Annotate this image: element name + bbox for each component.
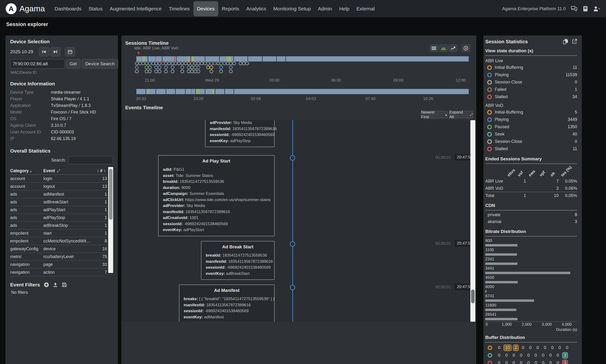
list-view-button[interactable] — [430, 44, 438, 52]
session-event-dot[interactable] — [164, 65, 168, 69]
expand-all-button[interactable]: Expand All — [449, 111, 473, 118]
event-timeline-dot[interactable] — [290, 155, 295, 161]
table-row[interactable]: adsadPlayStop1 — [10, 214, 107, 222]
nav-item-help[interactable]: Help — [336, 1, 353, 16]
event-card[interactable]: Ad Play StartadId: P&G1asset: Tide: Summ… — [158, 155, 275, 236]
session-event-dot[interactable] — [180, 69, 184, 73]
brand-logo[interactable]: A Agama — [6, 3, 45, 14]
nav-item-admin[interactable]: Admin — [314, 1, 336, 16]
get-button[interactable]: Get — [66, 59, 81, 69]
table-row[interactable]: adsadManifest1 — [10, 190, 107, 198]
save-filter-icon[interactable] — [62, 282, 67, 287]
nav-item-status[interactable]: Status — [85, 1, 106, 16]
table-row[interactable]: accountlogin13 — [10, 175, 107, 182]
device-search-button[interactable]: Device Search — [82, 59, 118, 69]
session-event-dot[interactable] — [219, 65, 223, 69]
table-row[interactable]: metricrcu/batteryLevel75 — [10, 253, 107, 261]
view-state-row: Seek40 — [485, 130, 577, 138]
ended-sessions-summary-title: Ended Sessions Summary — [485, 156, 577, 164]
session-event-dot[interactable] — [148, 65, 152, 69]
table-row[interactable]: adsadBreakStart1 — [10, 198, 107, 206]
session-event-dot[interactable] — [158, 65, 162, 69]
nav-item-dashboards[interactable]: Dashboards — [51, 1, 85, 16]
session-event-dot[interactable] — [135, 65, 139, 69]
add-filter-icon[interactable] — [44, 282, 49, 287]
nav-item-monitoring-setup[interactable]: Monitoring Setup — [270, 1, 314, 16]
server-icon[interactable] — [582, 6, 589, 12]
bitrate-group-6741: 6741 — [485, 294, 577, 302]
session-event-dot[interactable] — [245, 62, 249, 65]
cell-category: ads — [10, 223, 43, 228]
session-event-dot[interactable] — [229, 69, 233, 73]
session-event-dot[interactable] — [164, 69, 168, 73]
external-link-icon[interactable] — [572, 39, 577, 44]
cell-category: gatewayConfig — [10, 247, 43, 251]
session-event-dot[interactable] — [210, 65, 213, 69]
nav-item-external[interactable]: External — [353, 1, 378, 16]
cdn-row-akamai: akamai3 — [485, 218, 577, 225]
overview-timeline-bar[interactable] — [136, 89, 469, 94]
cdn-value: 8 — [575, 212, 577, 217]
buffer-cell: 0 — [539, 361, 547, 364]
session-event-dot[interactable] — [158, 69, 162, 73]
cell-category: metric — [10, 254, 43, 259]
session-event-dot[interactable] — [196, 65, 200, 69]
table-row[interactable]: accountlogout13 — [10, 182, 107, 190]
nav-item-analytics[interactable]: Analytics — [243, 1, 270, 16]
next-day-button[interactable] — [50, 47, 60, 56]
session-event-dot[interactable] — [135, 69, 139, 73]
sessions-timeline-bar[interactable] — [136, 56, 469, 62]
session-event-dot[interactable] — [210, 69, 213, 73]
stats-table-scrollbar[interactable] — [108, 167, 113, 273]
session-event-dot[interactable] — [148, 69, 152, 73]
table-row[interactable]: gatewayConfigdevice16 — [10, 245, 107, 253]
sort-order-button[interactable]: Newest First▲ — [421, 111, 448, 118]
table-row[interactable]: empclientstart1 — [10, 229, 107, 237]
bar-green-segment — [212, 89, 215, 94]
events-scrollbar[interactable] — [470, 120, 475, 322]
line-chart-view-button[interactable] — [449, 44, 457, 52]
table-row[interactable]: empclientccMetricNotSyncedWit…8 — [10, 237, 107, 245]
event-field: adCreativeId: 1001 — [163, 215, 270, 221]
column-count[interactable]: ▲▼ # ▲▼ — [96, 169, 107, 173]
play-button[interactable] — [462, 44, 470, 52]
nav-item-augmented-intelligence[interactable]: Augmented Intelligence — [106, 1, 165, 16]
nav-item-reports[interactable]: Reports — [218, 1, 243, 16]
bar-tick — [148, 56, 148, 62]
area-chart-view-button[interactable] — [439, 44, 448, 52]
session-event-dot[interactable] — [180, 65, 184, 69]
stats-search-input[interactable] — [68, 156, 113, 164]
device-id-input[interactable] — [10, 59, 65, 69]
calendar-icon[interactable] — [65, 47, 75, 56]
column-event[interactable]: Event — [43, 169, 92, 173]
event-timeline-dot[interactable] — [290, 285, 295, 290]
prev-day-button[interactable] — [39, 47, 49, 56]
table-row[interactable]: adsadBreakStop1 — [10, 222, 107, 229]
nav-item-devices[interactable]: Devices — [193, 1, 218, 16]
event-card[interactable]: Ad Break StartbreakId: 18354114727513559… — [201, 241, 275, 280]
event-card[interactable]: adProvider: Sky MediamanifestId: 1835411… — [205, 120, 275, 147]
event-filters-header: Event Filters — [10, 282, 113, 288]
table-row[interactable]: navigationpage33 — [10, 261, 107, 268]
chat-icon[interactable] — [570, 6, 578, 12]
cdn-name: akamai — [488, 219, 501, 224]
session-event-dot[interactable] — [171, 69, 175, 73]
session-event-dot[interactable] — [232, 62, 236, 65]
user-menu[interactable] — [593, 6, 600, 12]
column-category[interactable]: Category▴ — [10, 169, 43, 173]
event-timeline-dot[interactable] — [290, 241, 295, 247]
table-row[interactable]: adsadPlayStart1 — [10, 206, 107, 214]
nav-item-timelines[interactable]: Timelines — [165, 1, 193, 16]
event-card[interactable]: Ad Manifestbreaks: [ { "breakId": "18354… — [179, 285, 275, 322]
upload-filter-icon[interactable] — [53, 282, 58, 287]
table-row[interactable]: navigationaction7 — [10, 268, 107, 276]
copy-icon[interactable] — [563, 39, 568, 44]
session-event-dot[interactable] — [171, 65, 175, 69]
session-event-dot[interactable] — [196, 69, 200, 73]
session-event-dot[interactable] — [219, 69, 223, 73]
session-event-dot[interactable] — [229, 65, 233, 69]
cell-category: account — [10, 176, 43, 181]
events-scrollbar-thumb[interactable] — [471, 289, 475, 303]
bitrate-bar — [485, 244, 517, 247]
stats-scrollbar-thumb[interactable] — [109, 169, 112, 220]
